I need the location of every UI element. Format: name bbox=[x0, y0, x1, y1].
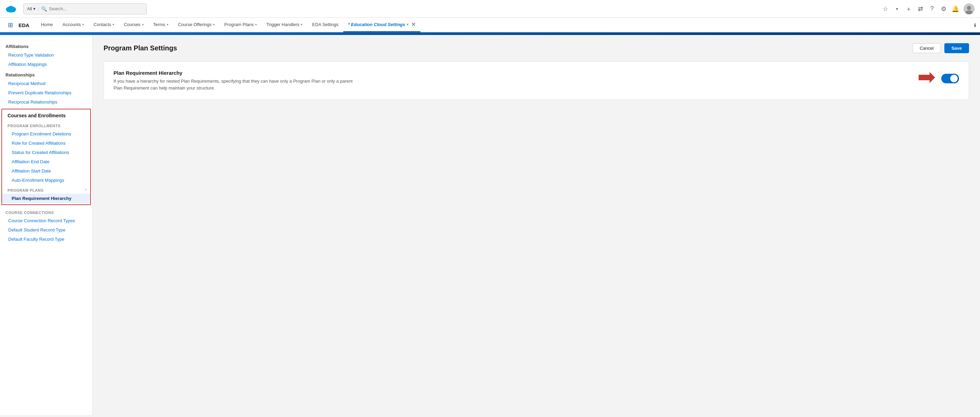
sidebar-item-record-type-validation[interactable]: Record Type Validation bbox=[0, 50, 92, 60]
sidebar-item-affiliation-start-date[interactable]: Affiliation Start Date bbox=[2, 166, 90, 175]
nav-item-education-cloud-settings[interactable]: * Education Cloud Settings ▾ ✕ bbox=[343, 18, 420, 32]
program-plans-row: PROGRAM PLANS › bbox=[2, 185, 90, 194]
setting-info: Plan Requirement Hierarchy If you have a… bbox=[113, 70, 919, 91]
sidebar-group-courses-enrollments: Courses and Enrollments PROGRAM ENROLLME… bbox=[2, 109, 91, 205]
salesforce-logo[interactable] bbox=[5, 3, 16, 14]
main-layout: Affiliations Record Type Validation Affi… bbox=[0, 35, 980, 415]
accounts-chevron: ▾ bbox=[82, 22, 84, 26]
education-cloud-settings-close[interactable]: ✕ bbox=[411, 21, 415, 28]
search-input[interactable] bbox=[49, 6, 118, 11]
expand-arrow-icon[interactable]: › bbox=[85, 186, 87, 192]
courses-chevron: ▾ bbox=[142, 22, 144, 26]
sidebar-subsection-course-connections: COURSE CONNECTIONS bbox=[0, 207, 92, 216]
star-icon[interactable]: ☆ bbox=[882, 5, 889, 12]
contacts-chevron: ▾ bbox=[113, 22, 114, 26]
sidebar-item-auto-enrollment-mappings[interactable]: Auto-Enrollment Mappings bbox=[2, 175, 90, 185]
gear-icon[interactable]: ⚙ bbox=[940, 5, 947, 12]
nav-item-eda-settings[interactable]: EDA Settings bbox=[307, 18, 343, 32]
dropdown-icon[interactable]: ▾ bbox=[894, 5, 900, 12]
search-all-label: All bbox=[27, 6, 32, 11]
nav-item-contacts[interactable]: Contacts ▾ bbox=[89, 18, 119, 32]
top-bar: All ▾ | 🔍 ☆ ▾ ＋ ⇄ ? ⚙ 🔔 bbox=[0, 0, 980, 18]
sidebar-item-reciprocal-relationships[interactable]: Reciprocal Relationships bbox=[0, 97, 92, 107]
education-cloud-settings-chevron: ▾ bbox=[407, 22, 408, 26]
sidebar: Affiliations Record Type Validation Affi… bbox=[0, 35, 92, 415]
sidebar-item-reciprocal-method[interactable]: Reciprocal Method bbox=[0, 79, 92, 88]
sidebar-subsection-program-enrollments: PROGRAM ENROLLMENTS bbox=[2, 120, 90, 129]
top-bar-right: ☆ ▾ ＋ ⇄ ? ⚙ 🔔 bbox=[882, 3, 975, 14]
switch-icon[interactable]: ⇄ bbox=[917, 5, 924, 12]
sidebar-item-default-faculty-record-type[interactable]: Default Faculty Record Type bbox=[0, 234, 92, 244]
sidebar-item-program-enrollment-deletions[interactable]: Program Enrollment Deletions bbox=[2, 129, 90, 138]
toggle-track bbox=[941, 74, 959, 83]
nav-item-home[interactable]: Home bbox=[37, 18, 58, 32]
svg-point-7 bbox=[966, 10, 972, 14]
content-actions: Cancel Save bbox=[912, 43, 969, 53]
terms-chevron: ▾ bbox=[167, 22, 169, 26]
nav-item-accounts[interactable]: Accounts ▾ bbox=[57, 18, 89, 32]
sidebar-section-relationships: Relationships bbox=[0, 69, 92, 79]
info-icon[interactable]: ℹ bbox=[974, 22, 976, 28]
content-header: Program Plan Settings Cancel Save bbox=[103, 43, 969, 53]
setting-description: If you have a hierarchy for nested Plan … bbox=[113, 78, 353, 91]
sidebar-item-affiliation-end-date[interactable]: Affiliation End Date bbox=[2, 157, 90, 166]
sidebar-group-title: Courses and Enrollments bbox=[2, 111, 90, 120]
sidebar-section-affiliations: Affiliations bbox=[0, 40, 92, 50]
red-arrow-icon bbox=[919, 72, 935, 85]
bell-icon[interactable]: 🔔 bbox=[952, 5, 959, 12]
setting-toggle-area bbox=[919, 72, 959, 85]
nav-item-course-offerings[interactable]: Course Offerings ▾ bbox=[173, 18, 220, 32]
sidebar-item-default-student-record-type[interactable]: Default Student Record Type bbox=[0, 225, 92, 234]
search-icon: 🔍 bbox=[41, 6, 47, 12]
app-name: EDA bbox=[19, 22, 30, 28]
search-area: All ▾ | 🔍 bbox=[23, 3, 147, 14]
sidebar-subsection-program-plans: PROGRAM PLANS bbox=[2, 185, 85, 194]
setting-card-plan-requirement-hierarchy: Plan Requirement Hierarchy If you have a… bbox=[103, 61, 969, 100]
search-all-button[interactable]: All ▾ bbox=[27, 6, 36, 11]
content-area: Program Plan Settings Cancel Save Plan R… bbox=[92, 35, 980, 415]
nav-bar: ⊞ EDA Home Accounts ▾ Contacts ▾ Courses… bbox=[0, 18, 980, 33]
sidebar-item-prevent-duplicate[interactable]: Prevent Duplicate Relationships bbox=[0, 88, 92, 97]
sidebar-item-plan-requirement-hierarchy[interactable]: Plan Requirement Hierarchy bbox=[2, 194, 90, 203]
toggle-thumb bbox=[950, 75, 958, 82]
svg-marker-8 bbox=[919, 72, 935, 83]
nav-item-program-plans[interactable]: Program Plans ▾ bbox=[220, 18, 262, 32]
save-button[interactable]: Save bbox=[944, 43, 969, 53]
course-offerings-chevron: ▾ bbox=[213, 22, 215, 26]
sidebar-item-course-connection-record-types[interactable]: Course Connection Record Types bbox=[0, 216, 92, 225]
sidebar-item-role-created-affiliations[interactable]: Role for Created Affiliations bbox=[2, 138, 90, 148]
cancel-button[interactable]: Cancel bbox=[912, 43, 940, 53]
page-title: Program Plan Settings bbox=[103, 44, 177, 52]
avatar[interactable] bbox=[964, 3, 975, 14]
search-dropdown-icon: ▾ bbox=[33, 6, 36, 11]
help-icon[interactable]: ? bbox=[929, 5, 935, 12]
trigger-handlers-chevron: ▾ bbox=[301, 22, 302, 26]
search-divider: | bbox=[38, 6, 39, 11]
nav-item-terms[interactable]: Terms ▾ bbox=[148, 18, 173, 32]
nav-item-courses[interactable]: Courses ▾ bbox=[119, 18, 148, 32]
nav-item-trigger-handlers[interactable]: Trigger Handlers ▾ bbox=[262, 18, 307, 32]
sidebar-item-status-created-affiliations[interactable]: Status for Created Affiliations bbox=[2, 148, 90, 157]
program-plans-chevron: ▾ bbox=[255, 22, 257, 26]
sidebar-item-affiliation-mappings[interactable]: Affiliation Mappings bbox=[0, 60, 92, 69]
plan-requirement-hierarchy-toggle[interactable] bbox=[941, 74, 959, 83]
plus-icon[interactable]: ＋ bbox=[905, 5, 912, 12]
nav-items: Home Accounts ▾ Contacts ▾ Courses ▾ Ter… bbox=[37, 18, 420, 32]
setting-name: Plan Requirement Hierarchy bbox=[113, 70, 919, 76]
svg-point-6 bbox=[967, 6, 971, 10]
grid-icon[interactable]: ⊞ bbox=[4, 19, 16, 31]
